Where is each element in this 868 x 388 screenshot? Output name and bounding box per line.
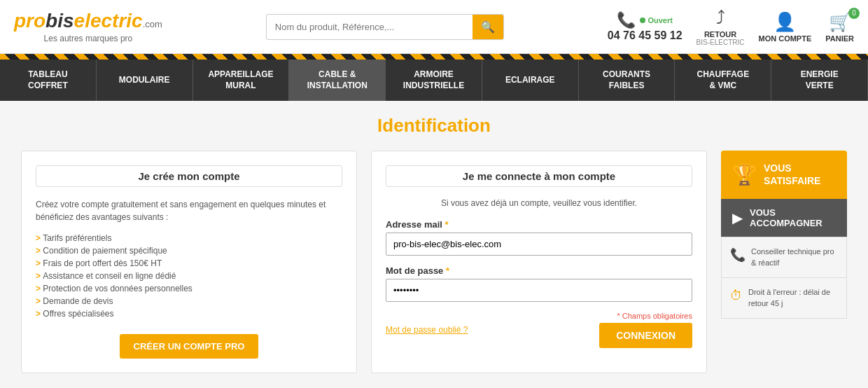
create-account-panel: Je crée mon compte Créez votre compte gr… — [21, 151, 357, 373]
header: pro bis electric .com Les autres marques… — [0, 0, 868, 54]
nav-eclairage[interactable]: ECLAIRAGE — [482, 60, 579, 101]
logo-com: .com — [143, 19, 162, 29]
list-item: Demande de devis — [36, 295, 342, 307]
return-icon: ⤴ — [716, 7, 725, 29]
nav-courants[interactable]: COURANTSFAIBLES — [579, 60, 676, 101]
logo-tagline: Les autres marques pro — [14, 34, 162, 43]
forgot-password-link[interactable]: Mot de passe oublié ? — [386, 325, 468, 335]
create-account-description: Créez votre compte gratuitement et sans … — [36, 198, 342, 223]
login-title: Je me connecte à mon compte — [386, 165, 692, 187]
create-account-button[interactable]: CRÉER UN COMPTE PRO — [120, 334, 259, 359]
phone-small-icon: 📞 — [730, 246, 746, 265]
satisfaction-text: VOUS SATISFAIRE — [764, 162, 836, 187]
list-item: Tarifs préférentiels — [36, 232, 342, 244]
login-description: Si vous avez déjà un compte, veuillez vo… — [386, 198, 692, 208]
satisfaction-icon: 🏆 — [732, 163, 757, 186]
header-contact: 📞 Ouvert 04 76 45 59 12 — [608, 11, 682, 42]
main-content: Identification Je crée mon compte Créez … — [0, 101, 868, 387]
open-badge: Ouvert — [640, 16, 672, 25]
cart-icon: 🛒 — [829, 11, 851, 33]
login-footer: Mot de passe oublié ? * Champs obligatoi… — [386, 312, 692, 348]
accompany-box: ▶ VOUS ACCOMPAGNER — [721, 199, 847, 237]
benefit-list: Tarifs préférentiels Condition de paieme… — [36, 232, 342, 320]
account-label: MON COMPTE — [758, 34, 811, 43]
account-link[interactable]: 👤 MON COMPTE — [758, 11, 811, 43]
password-field[interactable] — [386, 279, 692, 302]
nav-appareillage[interactable]: APPAREILLAGEMURAL — [193, 60, 290, 101]
clock-icon: ⏱ — [730, 286, 743, 305]
login-button[interactable]: CONNEXION — [599, 323, 692, 348]
logo-pro: pro — [14, 10, 46, 32]
info-box-2: ⏱ Droit à l'erreur : délai de retour 45 … — [721, 278, 847, 319]
list-item: Assistance et conseil en ligne dédié — [36, 270, 342, 282]
password-label: Mot de passe * — [386, 265, 692, 276]
phone-icon: 📞 — [617, 11, 636, 29]
password-required: * — [446, 265, 449, 276]
cart-link[interactable]: 🛒 0 PANIER — [825, 11, 854, 43]
main-nav: TABLEAUCOFFRET MODULAIRE APPAREILLAGEMUR… — [0, 60, 868, 101]
cart-badge: 0 — [848, 8, 860, 19]
page-title: Identification — [21, 115, 847, 137]
accompany-icon: ▶ — [732, 209, 743, 226]
login-panel: Je me connecte à mon compte Si vous avez… — [371, 151, 707, 373]
logo: pro bis electric .com — [14, 10, 162, 32]
open-dot — [640, 18, 645, 23]
list-item: Protection de vos données personnelles — [36, 282, 342, 295]
right-sidebar: 🏆 VOUS SATISFAIRE ▶ VOUS ACCOMPAGNER 📞 C… — [721, 151, 847, 373]
email-label: Adresse mail * — [386, 219, 692, 230]
accompany-text: VOUS ACCOMPAGNER — [750, 207, 836, 228]
list-item: Condition de paiement spécifique — [36, 244, 342, 257]
email-required: * — [445, 219, 449, 230]
search-input[interactable] — [267, 16, 472, 38]
required-note: * Champs obligatoires — [617, 312, 692, 320]
email-group: Adresse mail * — [386, 219, 692, 256]
content-area: Je crée mon compte Créez votre compte gr… — [21, 151, 847, 373]
logo-electric: electric — [74, 10, 143, 32]
cart-label: PANIER — [825, 34, 854, 43]
email-field[interactable] — [386, 233, 692, 256]
account-icon: 👤 — [774, 11, 796, 33]
header-right: 📞 Ouvert 04 76 45 59 12 ⤴ RETOUR BIS-ELE… — [608, 7, 854, 46]
return-link[interactable]: ⤴ RETOUR BIS-ELECTRIC — [696, 7, 745, 46]
nav-armoire[interactable]: ARMOIREINDUSTRIELLE — [386, 60, 482, 101]
return-label: RETOUR — [704, 30, 736, 39]
logo-bis: bis — [46, 10, 74, 32]
info-text-1: Conseiller technique pro & réactif — [751, 246, 838, 269]
info-text-2: Droit à l'erreur : délai de retour 45 j — [748, 286, 838, 310]
create-account-title: Je crée mon compte — [36, 165, 342, 187]
nav-cable[interactable]: CABLE &INSTALLATION — [289, 60, 386, 101]
return-sublabel: BIS-ELECTRIC — [696, 39, 745, 46]
phone-number: 04 76 45 59 12 — [608, 29, 682, 42]
nav-modulaire[interactable]: MODULAIRE — [97, 60, 193, 101]
logo-area: pro bis electric .com Les autres marques… — [14, 10, 162, 43]
nav-chauffage[interactable]: CHAUFFAGE& VMC — [675, 60, 771, 101]
satisfaction-box: 🏆 VOUS SATISFAIRE — [721, 151, 847, 198]
list-item: Frais de port offert dès 150€ HT — [36, 257, 342, 270]
search-bar: 🔍 — [266, 14, 504, 40]
nav-tableau[interactable]: TABLEAUCOFFRET — [0, 60, 97, 101]
nav-energie[interactable]: ENERGIEVERTE — [771, 60, 868, 101]
open-label: Ouvert — [648, 16, 672, 25]
info-box-1: 📞 Conseiller technique pro & réactif — [721, 237, 847, 278]
password-group: Mot de passe * — [386, 265, 692, 302]
list-item: Offres spécialisées — [36, 307, 342, 320]
search-button[interactable]: 🔍 — [472, 15, 503, 39]
contact-top-row: 📞 Ouvert — [617, 11, 672, 29]
warning-stripe — [0, 54, 868, 60]
